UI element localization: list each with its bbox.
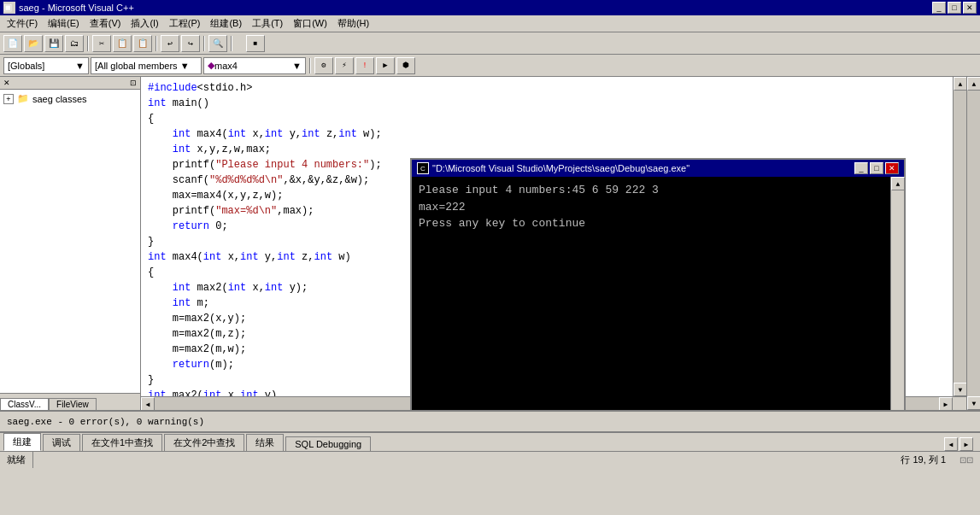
- console-scrollbar: ▲ ▼: [890, 177, 904, 410]
- console-body: Please input 4 numbers:45 6 59 222 3 max…: [412, 177, 904, 410]
- menu-build[interactable]: 组建(B): [205, 15, 247, 32]
- sidebar-close-x[interactable]: ✕: [3, 79, 10, 87]
- tree-item-label: saeg classes: [32, 94, 87, 104]
- code-line-5: int x,y,z,w,max;: [148, 142, 946, 157]
- scroll-corner: [953, 397, 966, 410]
- console-text: Please input 4 numbers:45 6 59 222 3 max…: [419, 182, 883, 410]
- new-file-btn[interactable]: 📄: [3, 35, 22, 52]
- save-btn[interactable]: 💾: [44, 35, 63, 52]
- scroll-right-btn[interactable]: ▶: [939, 397, 953, 410]
- tb2-btn4[interactable]: ▶: [376, 57, 395, 74]
- right-scrollbar: ▲ ▼: [953, 77, 966, 396]
- console-line-1: Please input 4 numbers:45 6 59 222 3: [419, 182, 883, 199]
- console-minimize[interactable]: _: [854, 162, 868, 174]
- tab-debug[interactable]: 调试: [43, 434, 80, 451]
- sidebar-resize[interactable]: ⊡: [130, 79, 137, 87]
- output-text: saeg.exe - 0 error(s), 0 warning(s): [7, 417, 204, 427]
- console-scroll-track: [891, 190, 904, 410]
- find-btn[interactable]: 🔍: [208, 35, 227, 52]
- console-close[interactable]: ✕: [885, 162, 899, 174]
- cut-btn[interactable]: ✂: [92, 35, 111, 52]
- app-icon: ▣: [3, 2, 15, 14]
- console-window: C "D:\Microsoft Visual Studio\MyProjects…: [410, 158, 906, 410]
- minimize-button[interactable]: _: [932, 2, 946, 14]
- status-right: 行 19, 列 1 ⊡⊡: [901, 454, 980, 466]
- win-scroll-up[interactable]: ▲: [967, 77, 980, 91]
- sep4: [231, 36, 232, 51]
- tab-find1[interactable]: 在文件1中查找: [82, 434, 162, 451]
- scroll-down-btn[interactable]: ▼: [954, 383, 966, 396]
- paste-btn[interactable]: 📋: [133, 35, 152, 52]
- toolbar-1: 📄 📂 💾 🗂 ✂ 📋 📋 ↩ ↪ 🔍 ■: [0, 32, 980, 55]
- menu-tools[interactable]: 工具(T): [247, 15, 288, 32]
- toolbar-2: [Globals] ▼ [All global members ▼ ◆ max4…: [0, 55, 980, 77]
- code-line-4: int max4(int x,int y,int z,int w);: [148, 126, 946, 142]
- tb2-btn3[interactable]: !: [355, 57, 374, 74]
- code-line-1: #include<stdio.h>: [148, 80, 946, 96]
- code-line-3: {: [148, 111, 946, 126]
- console-maximize[interactable]: □: [870, 162, 883, 174]
- tab-build[interactable]: 组建: [3, 433, 41, 451]
- console-line-2: max=222: [419, 199, 883, 216]
- maximize-button[interactable]: □: [948, 2, 961, 14]
- main-content: ✕ ⊡ + 📁 saeg classes ClassV... FileView …: [0, 77, 980, 410]
- output-bar: saeg.exe - 0 error(s), 0 warning(s): [0, 410, 980, 432]
- scroll-left-btn[interactable]: ◀: [141, 397, 155, 410]
- tab-arrows: ◀ ▶: [944, 437, 973, 451]
- scroll-track-v: [954, 91, 966, 383]
- copy-btn[interactable]: 📋: [113, 35, 132, 52]
- menu-view[interactable]: 查看(V): [85, 15, 126, 32]
- stop-btn[interactable]: ■: [246, 35, 265, 52]
- console-line-3: Press any key to continue: [419, 215, 883, 232]
- save-workspace-btn[interactable]: 🗂: [65, 35, 84, 52]
- sep3: [203, 36, 205, 51]
- window-controls: _ □ ✕: [932, 2, 977, 14]
- close-button[interactable]: ✕: [963, 2, 977, 14]
- tab-sql[interactable]: SQL Debugging: [285, 436, 371, 451]
- console-controls: _ □ ✕: [854, 162, 899, 174]
- tabs-bar: 组建 调试 在文件1中查找 在文件2中查找 结果 SQL Debugging ◀…: [0, 432, 980, 451]
- menu-help[interactable]: 帮助(H): [332, 15, 374, 32]
- win-scroll-down[interactable]: ▼: [967, 396, 980, 410]
- menu-window[interactable]: 窗口(W): [288, 15, 332, 32]
- status-ready: 就绪: [0, 452, 33, 468]
- sep5: [309, 58, 311, 73]
- code-line-2: int main(): [148, 96, 946, 111]
- open-btn[interactable]: 📂: [24, 35, 43, 52]
- menu-project[interactable]: 工程(P): [164, 15, 206, 32]
- sidebar: ✕ ⊡ + 📁 saeg classes ClassV... FileView: [0, 77, 141, 410]
- tb2-btn2[interactable]: ⚡: [335, 57, 354, 74]
- title-bar: ▣ saeg - Microsoft Visual C++ _ □ ✕: [0, 0, 980, 15]
- app-title: saeg - Microsoft Visual C++: [19, 3, 134, 13]
- sidebar-tab-file[interactable]: FileView: [49, 398, 97, 410]
- tab-scroll-right[interactable]: ▶: [959, 437, 973, 451]
- folder-icon: 📁: [17, 93, 29, 104]
- menu-file[interactable]: 文件(F): [2, 15, 43, 32]
- scroll-up-btn[interactable]: ▲: [954, 77, 966, 91]
- tree-expand-icon[interactable]: +: [3, 94, 14, 104]
- tab-scroll-left[interactable]: ◀: [944, 437, 958, 451]
- redo-btn[interactable]: ↪: [181, 35, 200, 52]
- tab-result[interactable]: 结果: [246, 434, 284, 451]
- function-dropdown[interactable]: ◆ max4 ▼: [203, 57, 306, 74]
- menu-edit[interactable]: 编辑(E): [43, 15, 85, 32]
- menu-bar: 文件(F) 编辑(E) 查看(V) 插入(I) 工程(P) 组建(B) 工具(T…: [0, 15, 980, 32]
- status-logo: ⊡⊡: [959, 455, 973, 465]
- sep1: [87, 36, 89, 51]
- tree-item-saeg[interactable]: + 📁 saeg classes: [3, 93, 137, 104]
- console-content: Please input 4 numbers:45 6 59 222 3 max…: [412, 177, 890, 410]
- menu-insert[interactable]: 插入(I): [126, 15, 163, 32]
- sidebar-tab-class[interactable]: ClassV...: [0, 398, 49, 410]
- console-title: "D:\Microsoft Visual Studio\MyProjects\s…: [432, 163, 690, 173]
- tab-find2[interactable]: 在文件2中查找: [164, 434, 244, 451]
- win-scroll-track: [967, 91, 980, 396]
- console-scroll-up[interactable]: ▲: [891, 177, 905, 190]
- sep2: [156, 36, 157, 51]
- members-dropdown[interactable]: [All global members ▼: [91, 57, 202, 74]
- window-right-scrollbar: ▲ ▼: [966, 77, 980, 410]
- sidebar-header: ✕ ⊡: [0, 77, 140, 90]
- tb2-btn5[interactable]: ⬢: [396, 57, 415, 74]
- tb2-btn1[interactable]: ⚙: [314, 57, 333, 74]
- globals-dropdown[interactable]: [Globals] ▼: [3, 57, 89, 74]
- undo-btn[interactable]: ↩: [161, 35, 179, 52]
